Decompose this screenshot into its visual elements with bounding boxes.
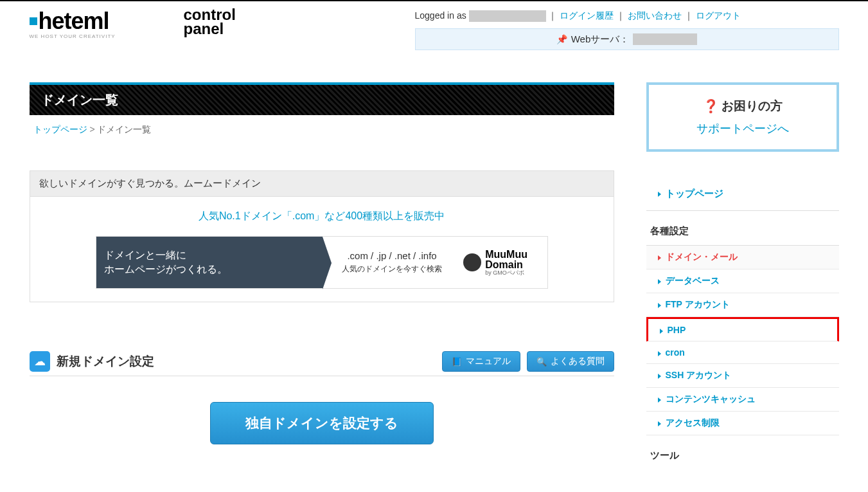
- breadcrumb: トップページ > ドメイン一覧: [30, 115, 614, 145]
- sidebar-link-アクセス制限[interactable]: アクセス制限: [646, 412, 839, 435]
- promo-domain-sub: 人気のドメインを今すぐ検索: [342, 264, 442, 275]
- logout-link[interactable]: ログアウト: [696, 10, 741, 21]
- top-links-bar: Logged in as ｜ ログイン履歴 ｜ お問い合わせ ｜ ログアウト: [415, 8, 839, 28]
- arrow-right-icon: [658, 303, 661, 308]
- sidebar-item-7: アクセス制限: [646, 412, 839, 435]
- new-domain-section-bar: ☁ 新規ドメイン設定 📘 マニュアル 🔍 よくある質問: [30, 347, 614, 376]
- arrow-right-icon: [658, 279, 661, 284]
- sidebar-item-3: PHP: [646, 317, 839, 342]
- support-page-link[interactable]: サポートページへ: [662, 121, 824, 136]
- book-icon: 📘: [452, 357, 462, 367]
- promo-header: 欲しいドメインがすぐ見つかる。ムームードメイン: [30, 170, 614, 197]
- control-panel-text: controlpanel: [184, 8, 236, 35]
- question-icon: ❓: [703, 98, 719, 114]
- promo-main-link[interactable]: 人気No.1ドメイン「.com」など400種類以上を販売中: [199, 210, 445, 221]
- sidebar-top-link[interactable]: トップページ: [646, 178, 839, 211]
- sidebar-item-4: cron: [646, 342, 839, 364]
- promo-body: 人気No.1ドメイン「.com」など400種類以上を販売中 ドメインと一緒に ホ…: [30, 197, 614, 302]
- arrow-right-icon: [658, 374, 661, 379]
- page-title: ドメイン一覧: [30, 82, 614, 115]
- new-domain-title: 新規ドメイン設定: [57, 353, 154, 370]
- header: heteml WE HOST YOUR CREATIVITY controlpa…: [30, 1, 839, 50]
- sidebar-link-PHP[interactable]: PHP: [648, 319, 837, 341]
- arrow-right-icon: [658, 351, 661, 356]
- promo-banner-right: .com / .jp / .net / .info 人気のドメインを今すぐ検索 …: [323, 237, 547, 288]
- promo-banner-left: ドメインと一緒に ホームページがつくれる。: [96, 237, 323, 288]
- contact-link[interactable]: お問い合わせ: [628, 10, 682, 21]
- logged-in-label: Logged in as: [415, 10, 469, 21]
- arrow-right-icon: [660, 329, 663, 334]
- new-domain-icon: ☁: [30, 351, 50, 372]
- sidebar-item-1: データベース: [646, 269, 839, 293]
- web-server-label: Webサーバ：: [571, 28, 630, 50]
- sidebar-link-FTP アカウント[interactable]: FTP アカウント: [646, 293, 839, 316]
- sidebar-link-コンテンツキャッシュ[interactable]: コンテンツキャッシュ: [646, 388, 839, 411]
- sidebar-link-cron[interactable]: cron: [646, 342, 839, 363]
- sidebar-settings-heading: 各種設定: [646, 217, 839, 246]
- sidebar-link-ドメイン・メール[interactable]: ドメイン・メール: [646, 246, 839, 269]
- sidebar-tools-heading: ツール: [646, 442, 839, 469]
- arrow-right-icon: [658, 255, 661, 260]
- search-icon: 🔍: [536, 357, 547, 367]
- set-own-domain-button[interactable]: 独自ドメインを設定する: [210, 402, 434, 444]
- faq-button[interactable]: 🔍 よくある質問: [527, 351, 614, 372]
- promo-banner[interactable]: ドメインと一緒に ホームページがつくれる。 .com / .jp / .net …: [96, 236, 548, 289]
- arrow-right-icon: [658, 192, 661, 197]
- login-history-link[interactable]: ログイン履歴: [560, 10, 614, 21]
- arrow-right-icon: [658, 397, 661, 403]
- pin-icon: 📌: [556, 28, 567, 50]
- sidebar-settings-list: ドメイン・メールデータベースFTP アカウントPHPcronSSH アカウントコ…: [646, 246, 839, 435]
- promo-domain-list: .com / .jp / .net / .info: [342, 250, 442, 261]
- logged-in-masked: [469, 10, 546, 22]
- logo[interactable]: heteml WE HOST YOUR CREATIVITY controlpa…: [30, 8, 236, 39]
- sidebar-item-6: コンテンツキャッシュ: [646, 388, 839, 412]
- help-box: ❓ お困りの方 サポートページへ: [646, 82, 839, 152]
- main-content: ドメイン一覧 トップページ > ドメイン一覧 欲しいドメインがすぐ見つかる。ムー…: [30, 82, 614, 464]
- sidebar-item-5: SSH アカウント: [646, 364, 839, 388]
- breadcrumb-current: ドメイン一覧: [97, 124, 151, 134]
- server-name-masked: [633, 33, 697, 45]
- manual-button[interactable]: 📘 マニュアル: [442, 351, 520, 372]
- logo-tagline: WE HOST YOUR CREATIVITY: [30, 33, 177, 39]
- sidebar: ❓ お困りの方 サポートページへ トップページ 各種設定 ドメイン・メールデータ…: [646, 82, 839, 469]
- help-title-text: お困りの方: [722, 98, 783, 114]
- muumuu-logo: MuuMuu Domain by GMOペパボ: [463, 250, 527, 276]
- sidebar-link-SSH アカウント[interactable]: SSH アカウント: [646, 364, 839, 387]
- breadcrumb-top[interactable]: トップページ: [33, 124, 87, 134]
- sidebar-item-0: ドメイン・メール: [646, 246, 839, 269]
- sidebar-link-データベース[interactable]: データベース: [646, 269, 839, 293]
- sidebar-item-2: FTP アカウント: [646, 293, 839, 317]
- muumuu-icon: [463, 253, 481, 271]
- server-info-bar: 📌 Webサーバ：: [415, 28, 839, 50]
- arrow-right-icon: [658, 421, 661, 426]
